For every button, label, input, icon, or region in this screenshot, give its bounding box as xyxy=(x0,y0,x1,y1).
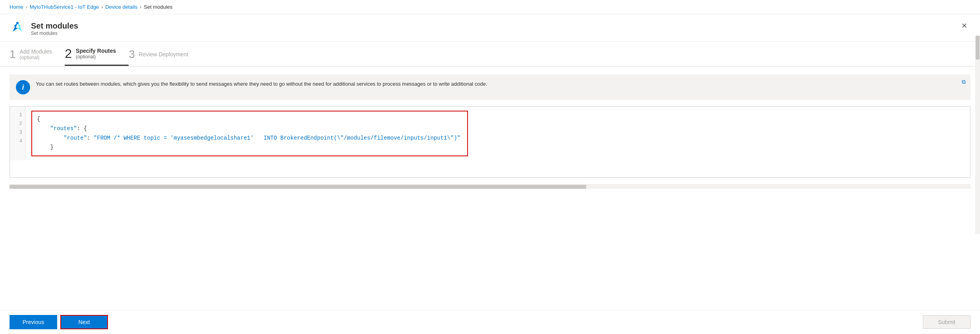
info-text: You can set routes between modules, whic… xyxy=(36,80,964,88)
wizard-steps: 1 Add Modules (optional) 2 Specify Route… xyxy=(0,42,980,67)
code-line-3: "route": "FROM /* WHERE topic = 'myasesm… xyxy=(37,134,462,143)
step-1-sublabel: (optional) xyxy=(20,55,52,60)
code-editor[interactable]: 1 2 3 4 { "routes": { "route": "FROM /* … xyxy=(10,106,970,178)
sep2: › xyxy=(101,4,103,10)
step-2-text: Specify Routes (optional) xyxy=(76,48,116,60)
sep3: › xyxy=(140,4,141,10)
step-1-number: 1 xyxy=(10,49,16,60)
step-2-number: 2 xyxy=(65,47,72,60)
breadcrumb-hub[interactable]: MyIoTHubService1 - IoT Edge xyxy=(30,4,99,10)
step-3-label: Review Deployment xyxy=(139,51,189,58)
info-icon: i xyxy=(16,80,30,94)
line-num-2: 2 xyxy=(13,119,22,128)
code-content[interactable]: { "routes": { "route": "FROM /* WHERE to… xyxy=(26,107,970,160)
code-line-4: } xyxy=(37,143,462,152)
step-3[interactable]: 3 Review Deployment xyxy=(129,42,201,66)
step-2-label: Specify Routes xyxy=(76,48,116,54)
submit-button: Submit xyxy=(923,315,970,329)
scroll-track[interactable] xyxy=(10,184,970,189)
step-1-text: Add Modules (optional) xyxy=(20,48,52,60)
line-num-3: 3 xyxy=(13,128,22,137)
scroll-thumb[interactable] xyxy=(10,185,586,189)
breadcrumb: Home › MyIoTHubService1 - IoT Edge › Dev… xyxy=(0,0,980,14)
step-3-text: Review Deployment xyxy=(139,51,189,58)
close-button[interactable]: ✕ xyxy=(958,21,970,31)
panel-subtitle: Set modules xyxy=(31,31,78,36)
previous-button[interactable]: Previous xyxy=(10,315,57,329)
v-scrollbar-thumb[interactable] xyxy=(976,36,980,60)
footer: Previous Next Submit xyxy=(0,310,980,334)
footer-left: Previous Next xyxy=(10,315,108,329)
panel-title-text: Set modules xyxy=(31,21,78,31)
next-button[interactable]: Next xyxy=(60,315,108,329)
line-numbers: 1 2 3 4 xyxy=(10,107,26,160)
step-1[interactable]: 1 Add Modules (optional) xyxy=(10,42,65,66)
breadcrumb-home[interactable]: Home xyxy=(10,4,23,10)
step-1-label: Add Modules xyxy=(20,48,52,55)
code-block-outline: { "routes": { "route": "FROM /* WHERE to… xyxy=(31,111,468,156)
step-2-sublabel: (optional) xyxy=(76,54,116,60)
breadcrumb-device[interactable]: Device details xyxy=(105,4,137,10)
panel-title-area: Set modules Set modules xyxy=(10,21,78,36)
line-num-1: 1 xyxy=(13,111,22,119)
breadcrumb-current: Set modules xyxy=(144,4,172,10)
vertical-scrollbar[interactable] xyxy=(975,36,980,234)
panel-title: Set modules Set modules xyxy=(31,21,78,36)
svg-point-1 xyxy=(16,22,19,24)
step-3-number: 3 xyxy=(129,49,135,60)
code-line-1: { xyxy=(37,115,462,124)
sep1: › xyxy=(26,4,27,10)
step-2[interactable]: 2 Specify Routes (optional) xyxy=(65,42,129,66)
info-banner: i You can set routes between modules, wh… xyxy=(10,75,970,100)
external-link-icon[interactable]: ⧉ xyxy=(962,79,966,85)
azure-iot-icon xyxy=(10,21,25,36)
panel-header: Set modules Set modules ✕ xyxy=(0,14,980,42)
code-line-2: "routes": { xyxy=(37,124,462,134)
line-num-4: 4 xyxy=(13,137,22,146)
